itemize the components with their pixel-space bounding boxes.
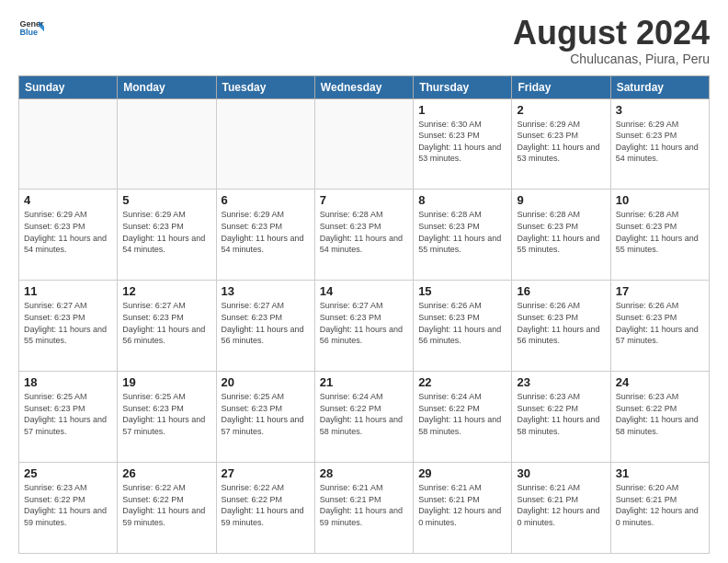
day-header-friday: Friday: [512, 75, 610, 98]
day-header-saturday: Saturday: [610, 75, 709, 98]
day-header-thursday: Thursday: [414, 75, 512, 98]
day-number: 30: [517, 466, 605, 480]
day-info: Sunrise: 6:22 AM Sunset: 6:22 PM Dayligh…: [222, 482, 310, 528]
day-info: Sunrise: 6:28 AM Sunset: 6:23 PM Dayligh…: [320, 209, 408, 255]
calendar-table: SundayMondayTuesdayWednesdayThursdayFrid…: [18, 75, 710, 554]
day-number: 22: [418, 375, 506, 389]
calendar-cell: 19Sunrise: 6:25 AM Sunset: 6:23 PM Dayli…: [118, 372, 216, 463]
day-number: 7: [320, 193, 408, 207]
day-info: Sunrise: 6:23 AM Sunset: 6:22 PM Dayligh…: [517, 391, 605, 437]
calendar-cell: [19, 98, 118, 190]
day-number: 31: [616, 466, 704, 480]
calendar-cell: 3Sunrise: 6:29 AM Sunset: 6:23 PM Daylig…: [610, 98, 709, 190]
day-number: 13: [222, 284, 310, 298]
day-number: 10: [616, 193, 704, 207]
day-number: 6: [222, 193, 310, 207]
day-info: Sunrise: 6:25 AM Sunset: 6:23 PM Dayligh…: [122, 391, 210, 437]
day-info: Sunrise: 6:28 AM Sunset: 6:23 PM Dayligh…: [418, 209, 506, 255]
calendar-cell: 10Sunrise: 6:28 AM Sunset: 6:23 PM Dayli…: [610, 190, 709, 281]
calendar-cell: 5Sunrise: 6:29 AM Sunset: 6:23 PM Daylig…: [118, 190, 216, 281]
calendar-cell: 11Sunrise: 6:27 AM Sunset: 6:23 PM Dayli…: [19, 281, 118, 372]
day-info: Sunrise: 6:28 AM Sunset: 6:23 PM Dayligh…: [616, 209, 704, 255]
day-number: 11: [24, 284, 112, 298]
day-number: 28: [320, 466, 408, 480]
calendar-cell: 16Sunrise: 6:26 AM Sunset: 6:23 PM Dayli…: [512, 281, 610, 372]
calendar-cell: 6Sunrise: 6:29 AM Sunset: 6:23 PM Daylig…: [216, 190, 314, 281]
calendar-cell: 24Sunrise: 6:23 AM Sunset: 6:22 PM Dayli…: [610, 372, 709, 463]
day-number: 27: [222, 466, 310, 480]
day-info: Sunrise: 6:23 AM Sunset: 6:22 PM Dayligh…: [24, 482, 112, 528]
calendar-cell: 29Sunrise: 6:21 AM Sunset: 6:21 PM Dayli…: [414, 463, 512, 554]
calendar-cell: 27Sunrise: 6:22 AM Sunset: 6:22 PM Dayli…: [216, 463, 314, 554]
calendar-cell: 23Sunrise: 6:23 AM Sunset: 6:22 PM Dayli…: [512, 372, 610, 463]
day-header-monday: Monday: [118, 75, 216, 98]
calendar-cell: 21Sunrise: 6:24 AM Sunset: 6:22 PM Dayli…: [314, 372, 413, 463]
day-info: Sunrise: 6:29 AM Sunset: 6:23 PM Dayligh…: [616, 119, 704, 165]
day-info: Sunrise: 6:24 AM Sunset: 6:22 PM Dayligh…: [418, 391, 506, 437]
day-header-tuesday: Tuesday: [216, 75, 314, 98]
day-number: 4: [24, 193, 112, 207]
day-info: Sunrise: 6:21 AM Sunset: 6:21 PM Dayligh…: [418, 482, 506, 528]
logo: General Blue: [18, 15, 44, 40]
calendar-cell: 13Sunrise: 6:27 AM Sunset: 6:23 PM Dayli…: [216, 281, 314, 372]
title-block: August 2024 Chulucanas, Piura, Peru: [513, 15, 710, 66]
day-info: Sunrise: 6:22 AM Sunset: 6:22 PM Dayligh…: [122, 482, 210, 528]
day-info: Sunrise: 6:29 AM Sunset: 6:23 PM Dayligh…: [122, 209, 210, 255]
calendar-cell: 7Sunrise: 6:28 AM Sunset: 6:23 PM Daylig…: [314, 190, 413, 281]
svg-text:Blue: Blue: [19, 28, 38, 37]
day-info: Sunrise: 6:26 AM Sunset: 6:23 PM Dayligh…: [517, 300, 605, 346]
calendar-cell: 30Sunrise: 6:21 AM Sunset: 6:21 PM Dayli…: [512, 463, 610, 554]
day-number: 1: [418, 103, 506, 117]
day-header-sunday: Sunday: [19, 75, 118, 98]
day-number: 5: [122, 193, 210, 207]
calendar-cell: [216, 98, 314, 190]
day-info: Sunrise: 6:29 AM Sunset: 6:23 PM Dayligh…: [24, 209, 112, 255]
day-info: Sunrise: 6:30 AM Sunset: 6:23 PM Dayligh…: [418, 119, 506, 165]
day-info: Sunrise: 6:24 AM Sunset: 6:22 PM Dayligh…: [320, 391, 408, 437]
day-number: 26: [122, 466, 210, 480]
calendar-cell: 15Sunrise: 6:26 AM Sunset: 6:23 PM Dayli…: [414, 281, 512, 372]
day-number: 2: [517, 103, 605, 117]
day-info: Sunrise: 6:25 AM Sunset: 6:23 PM Dayligh…: [222, 391, 310, 437]
day-info: Sunrise: 6:20 AM Sunset: 6:21 PM Dayligh…: [616, 482, 704, 528]
day-info: Sunrise: 6:28 AM Sunset: 6:23 PM Dayligh…: [517, 209, 605, 255]
day-info: Sunrise: 6:26 AM Sunset: 6:23 PM Dayligh…: [418, 300, 506, 346]
day-info: Sunrise: 6:29 AM Sunset: 6:23 PM Dayligh…: [222, 209, 310, 255]
day-number: 29: [418, 466, 506, 480]
day-number: 19: [122, 375, 210, 389]
calendar-cell: 9Sunrise: 6:28 AM Sunset: 6:23 PM Daylig…: [512, 190, 610, 281]
calendar-subtitle: Chulucanas, Piura, Peru: [513, 52, 710, 66]
calendar-cell: 2Sunrise: 6:29 AM Sunset: 6:23 PM Daylig…: [512, 98, 610, 190]
calendar-cell: 18Sunrise: 6:25 AM Sunset: 6:23 PM Dayli…: [19, 372, 118, 463]
calendar-cell: 22Sunrise: 6:24 AM Sunset: 6:22 PM Dayli…: [414, 372, 512, 463]
day-number: 12: [122, 284, 210, 298]
day-number: 23: [517, 375, 605, 389]
day-info: Sunrise: 6:29 AM Sunset: 6:23 PM Dayligh…: [517, 119, 605, 165]
day-info: Sunrise: 6:25 AM Sunset: 6:23 PM Dayligh…: [24, 391, 112, 437]
day-number: 25: [24, 466, 112, 480]
day-number: 9: [517, 193, 605, 207]
calendar-cell: 1Sunrise: 6:30 AM Sunset: 6:23 PM Daylig…: [414, 98, 512, 190]
day-info: Sunrise: 6:21 AM Sunset: 6:21 PM Dayligh…: [320, 482, 408, 528]
calendar-cell: [118, 98, 216, 190]
day-info: Sunrise: 6:27 AM Sunset: 6:23 PM Dayligh…: [24, 300, 112, 346]
day-number: 15: [418, 284, 506, 298]
day-number: 17: [616, 284, 704, 298]
calendar-cell: 8Sunrise: 6:28 AM Sunset: 6:23 PM Daylig…: [414, 190, 512, 281]
day-info: Sunrise: 6:21 AM Sunset: 6:21 PM Dayligh…: [517, 482, 605, 528]
calendar-title: August 2024: [513, 15, 710, 52]
day-header-wednesday: Wednesday: [314, 75, 413, 98]
day-number: 16: [517, 284, 605, 298]
day-number: 18: [24, 375, 112, 389]
calendar-cell: [314, 98, 413, 190]
calendar-cell: 14Sunrise: 6:27 AM Sunset: 6:23 PM Dayli…: [314, 281, 413, 372]
day-info: Sunrise: 6:26 AM Sunset: 6:23 PM Dayligh…: [616, 300, 704, 346]
day-number: 20: [222, 375, 310, 389]
day-number: 14: [320, 284, 408, 298]
day-number: 24: [616, 375, 704, 389]
calendar-cell: 28Sunrise: 6:21 AM Sunset: 6:21 PM Dayli…: [314, 463, 413, 554]
calendar-cell: 31Sunrise: 6:20 AM Sunset: 6:21 PM Dayli…: [610, 463, 709, 554]
day-number: 21: [320, 375, 408, 389]
calendar-cell: 26Sunrise: 6:22 AM Sunset: 6:22 PM Dayli…: [118, 463, 216, 554]
day-info: Sunrise: 6:27 AM Sunset: 6:23 PM Dayligh…: [122, 300, 210, 346]
